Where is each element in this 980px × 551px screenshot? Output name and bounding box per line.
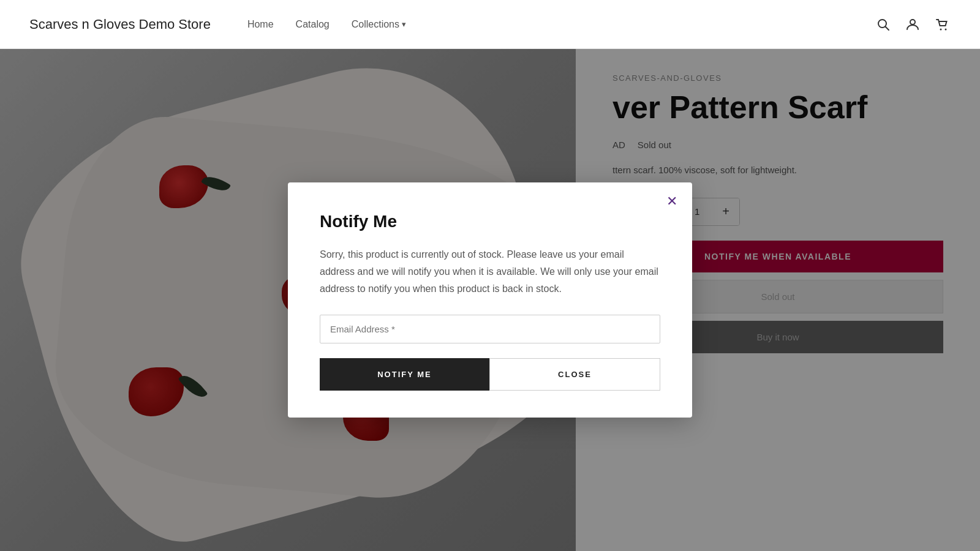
nav-collections-label: Collections: [352, 19, 399, 30]
modal-notify-button[interactable]: NOTIFY ME: [320, 358, 489, 391]
modal-buttons: NOTIFY ME CLOSE: [320, 358, 660, 391]
email-input[interactable]: [320, 315, 660, 343]
nav-home[interactable]: Home: [247, 19, 274, 30]
account-icon[interactable]: [904, 16, 921, 33]
modal-close-x-button[interactable]: ✕: [666, 195, 677, 208]
modal-close-button[interactable]: CLOSE: [489, 358, 660, 391]
chevron-down-icon: ▾: [402, 20, 406, 29]
header-icons: [875, 16, 951, 33]
svg-point-2: [910, 20, 915, 24]
site-logo[interactable]: Scarves n Gloves Demo Store: [29, 17, 211, 32]
notify-modal: ✕ Notify Me Sorry, this product is curre…: [288, 182, 692, 418]
search-icon[interactable]: [875, 16, 892, 33]
main-nav: Home Catalog Collections ▾: [247, 19, 875, 30]
main-content: SCARVES-AND-GLOVES ver Pattern Scarf AD …: [0, 49, 980, 551]
modal-overlay[interactable]: ✕ Notify Me Sorry, this product is curre…: [0, 49, 980, 551]
cart-icon[interactable]: [933, 16, 951, 33]
nav-catalog[interactable]: Catalog: [296, 19, 330, 30]
nav-collections[interactable]: Collections ▾: [352, 19, 406, 30]
modal-title: Notify Me: [320, 212, 660, 231]
modal-body-text: Sorry, this product is currently out of …: [320, 246, 660, 298]
svg-point-3: [940, 28, 942, 30]
svg-line-1: [886, 26, 889, 30]
svg-point-4: [945, 28, 947, 30]
header: Scarves n Gloves Demo Store Home Catalog…: [0, 0, 980, 49]
